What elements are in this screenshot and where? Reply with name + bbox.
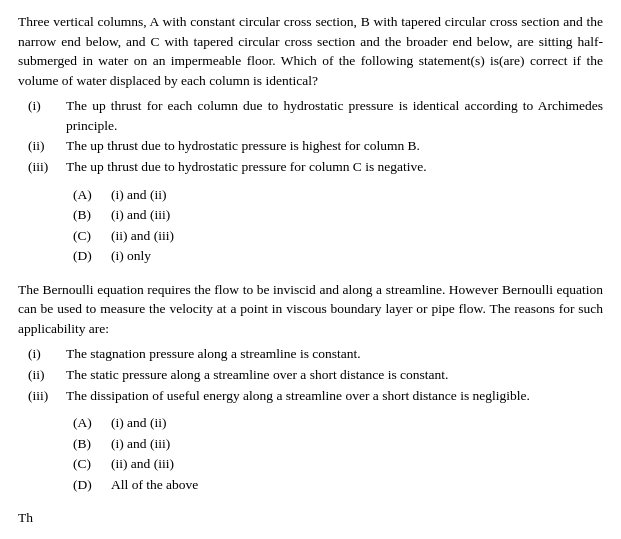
stmt-text-2-iii: The dissipation of useful energy along a… <box>66 386 603 406</box>
question-2-statements: (i) The stagnation pressure along a stre… <box>28 344 603 405</box>
stmt-num-1-i: (i) <box>28 96 66 135</box>
stmt-text-1-ii: The up thrust due to hydrostatic pressur… <box>66 136 603 156</box>
opt-text-1-C: (ii) and (iii) <box>111 226 603 246</box>
question-1-text: Three vertical columns, A with constant … <box>18 12 603 90</box>
question-1: Three vertical columns, A with constant … <box>18 12 603 266</box>
stmt-num-2-i: (i) <box>28 344 66 364</box>
option-2-C: (C) (ii) and (iii) <box>73 454 603 474</box>
question-1-options: (A) (i) and (ii) (B) (i) and (iii) (C) (… <box>73 185 603 266</box>
opt-label-2-A: (A) <box>73 413 111 433</box>
question-2: The Bernoulli equation requires the flow… <box>18 280 603 495</box>
stmt-text-2-ii: The static pressure along a streamline o… <box>66 365 603 385</box>
option-1-A: (A) (i) and (ii) <box>73 185 603 205</box>
question-2-text: The Bernoulli equation requires the flow… <box>18 280 603 339</box>
question-2-options: (A) (i) and (ii) (B) (i) and (iii) (C) (… <box>73 413 603 494</box>
opt-label-2-D: (D) <box>73 475 111 495</box>
stmt-text-1-i: The up thrust for each column due to hyd… <box>66 96 603 135</box>
question-1-statements: (i) The up thrust for each column due to… <box>28 96 603 176</box>
opt-label-1-A: (A) <box>73 185 111 205</box>
statement-2-iii: (iii) The dissipation of useful energy a… <box>28 386 603 406</box>
opt-label-2-C: (C) <box>73 454 111 474</box>
stmt-text-1-iii: The up thrust due to hydrostatic pressur… <box>66 157 603 177</box>
opt-label-1-B: (B) <box>73 205 111 225</box>
stmt-num-2-iii: (iii) <box>28 386 66 406</box>
stmt-text-2-i: The stagnation pressure along a streamli… <box>66 344 603 364</box>
opt-label-2-B: (B) <box>73 434 111 454</box>
statement-1-ii: (ii) The up thrust due to hydrostatic pr… <box>28 136 603 156</box>
opt-text-1-B: (i) and (iii) <box>111 205 603 225</box>
option-1-C: (C) (ii) and (iii) <box>73 226 603 246</box>
opt-label-1-C: (C) <box>73 226 111 246</box>
opt-text-1-A: (i) and (ii) <box>111 185 603 205</box>
statement-2-i: (i) The stagnation pressure along a stre… <box>28 344 603 364</box>
opt-label-1-D: (D) <box>73 246 111 266</box>
stmt-num-1-ii: (ii) <box>28 136 66 156</box>
opt-text-2-C: (ii) and (iii) <box>111 454 603 474</box>
opt-text-2-D: All of the above <box>111 475 603 495</box>
option-2-A: (A) (i) and (ii) <box>73 413 603 433</box>
opt-text-2-B: (i) and (iii) <box>111 434 603 454</box>
option-1-B: (B) (i) and (iii) <box>73 205 603 225</box>
statement-1-i: (i) The up thrust for each column due to… <box>28 96 603 135</box>
stmt-num-1-iii: (iii) <box>28 157 66 177</box>
partial-line: Th <box>18 508 603 528</box>
opt-text-2-A: (i) and (ii) <box>111 413 603 433</box>
option-1-D: (D) (i) only <box>73 246 603 266</box>
option-2-D: (D) All of the above <box>73 475 603 495</box>
opt-text-1-D: (i) only <box>111 246 603 266</box>
stmt-num-2-ii: (ii) <box>28 365 66 385</box>
statement-2-ii: (ii) The static pressure along a streaml… <box>28 365 603 385</box>
option-2-B: (B) (i) and (iii) <box>73 434 603 454</box>
statement-1-iii: (iii) The up thrust due to hydrostatic p… <box>28 157 603 177</box>
